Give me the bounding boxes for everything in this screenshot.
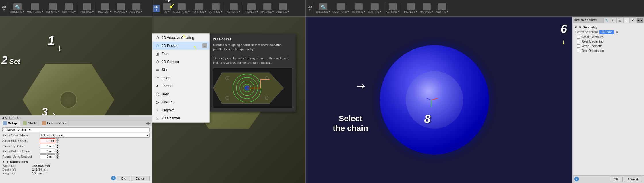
- multi-axis-menu[interactable]: MULTI-AXIS ▼: [26, 3, 45, 14]
- bot-stepper-down[interactable]: ▼: [56, 151, 59, 154]
- close-chain-button[interactable]: ✕: [615, 30, 619, 34]
- stepper-up[interactable]: ▲: [56, 138, 59, 141]
- 3d-menu[interactable]: 3D ▼: [1, 5, 7, 12]
- cancel-button[interactable]: Cancel: [131, 176, 150, 181]
- height-value: 10 mm: [32, 171, 150, 175]
- stepper-down[interactable]: ▼: [56, 141, 59, 143]
- props-tab-table[interactable]: ≡: [623, 17, 630, 23]
- menu-bore[interactable]: ◯ Bore: [152, 90, 209, 98]
- relative-size-select[interactable]: Relative size box ▼: [2, 127, 150, 132]
- width-label: Width (X): [2, 164, 31, 167]
- menu-circular[interactable]: ◎ Circular: [152, 98, 209, 106]
- tool-orientation-label: Tool Orientation: [582, 49, 604, 52]
- stock-offset-mode-select[interactable]: Add stock to sid... ▼: [40, 133, 150, 138]
- stock-top-stepper[interactable]: ▲ ▼: [56, 144, 59, 148]
- stock-bottom-offset-input[interactable]: [40, 149, 55, 154]
- round-up-input[interactable]: [40, 154, 55, 159]
- mid-multi-menu[interactable]: MULTI-AXIS ▼: [173, 3, 191, 14]
- stock-side-offset-row: Stock Side Offset ▲ ▼: [2, 138, 150, 143]
- menu-2d-pocket[interactable]: ⬡ 2D Pocket …: [152, 42, 209, 50]
- menu-2d-contour[interactable]: ⬡ 2D Contour: [152, 58, 209, 66]
- trace-icon: 〰: [155, 75, 160, 81]
- addins-menu[interactable]: ADD-INS ▼: [129, 3, 144, 14]
- mid-content: ↑ 5 ⬡ 2D Adaptive Clearing ⬡ 2D Pocket ……: [152, 17, 305, 183]
- stock-contours-checkbox[interactable]: [577, 35, 580, 39]
- tab-post-process[interactable]: Post Process: [39, 120, 69, 126]
- geometry-triangle: ▼: [574, 26, 577, 29]
- wrap-toolpath-label: Wrap Toolpath: [582, 44, 602, 48]
- props-cancel-button[interactable]: Cancel: [624, 177, 642, 182]
- menu-engrave[interactable]: ✒ Engrave: [152, 106, 209, 114]
- mid-cutting-menu[interactable]: CUTTING ▼: [208, 3, 223, 14]
- face-icon: ◫: [155, 51, 160, 56]
- menu-slot[interactable]: ▭ Slot: [152, 66, 209, 74]
- right-manage-menu[interactable]: MANAGE ▼: [419, 3, 434, 14]
- step5-arrow2: 5: [183, 34, 185, 39]
- inspect-menu[interactable]: INSPECT ▼: [97, 3, 113, 14]
- stock-top-offset-input[interactable]: [40, 144, 55, 148]
- props-nav-left[interactable]: ◀: [637, 18, 640, 23]
- bot-stepper-up[interactable]: ▲: [56, 149, 59, 151]
- manage-menu[interactable]: MANAGE ▼: [113, 3, 128, 14]
- ok-button[interactable]: OK: [117, 176, 130, 181]
- menu-trace[interactable]: 〰 Trace: [152, 74, 209, 82]
- drilling-menu[interactable]: 🔩 DRILLING ▼: [9, 3, 25, 14]
- ru-stepper-down[interactable]: ▼: [56, 157, 59, 159]
- right-addins-menu[interactable]: ADD-INS ▼: [435, 3, 449, 14]
- ru-stepper-up[interactable]: ▲: [56, 154, 59, 157]
- props-tab-row: KET: 2D POCKET1 🔧 □ △ ≡ ⚙ ◀ ▶: [573, 17, 644, 23]
- tab-stock[interactable]: Stock: [20, 120, 39, 126]
- right-3d-menu[interactable]: 3D ▼: [307, 5, 313, 12]
- rest-machining-checkbox[interactable]: [577, 40, 580, 43]
- tab-setup[interactable]: Setup: [0, 120, 20, 126]
- turning-menu[interactable]: TURNING ▼: [45, 3, 61, 14]
- dimensions-section[interactable]: ▼ ▼ Dimensions: [2, 160, 150, 163]
- right-actions-menu[interactable]: ACTIONS ▼: [385, 3, 401, 14]
- tool-orientation-checkbox[interactable]: [577, 49, 580, 52]
- tooltip-title: 2D Pocket: [213, 37, 292, 41]
- chain-button[interactable]: ⛓ Chain: [599, 30, 614, 34]
- wrap-toolpath-checkbox[interactable]: [577, 44, 580, 48]
- stock-top-offset-label: Stock Top Offset: [2, 144, 40, 148]
- right-inspect-menu[interactable]: INSPECT ▼: [403, 3, 418, 14]
- top-stepper-up[interactable]: ▲: [56, 144, 59, 146]
- props-ok-button[interactable]: OK: [610, 177, 623, 182]
- step8-arrow: ↗: [353, 79, 368, 93]
- stock-side-offset-input[interactable]: [40, 138, 55, 143]
- top-stepper-down[interactable]: ▼: [56, 146, 59, 148]
- right-turning-menu[interactable]: TURNING ▼: [351, 3, 366, 14]
- menu-2d-adaptive[interactable]: ⬡ 2D Adaptive Clearing: [152, 34, 209, 42]
- mid-manage-menu[interactable]: MANAGE ▼: [260, 3, 275, 14]
- props-tab-tool[interactable]: 🔧: [604, 17, 610, 23]
- geometry-header[interactable]: ▼ ▼ Geometry: [574, 25, 642, 30]
- props-nav-right[interactable]: ▶: [640, 18, 643, 23]
- mid-addins-menu[interactable]: ADD-INS ▼: [276, 3, 290, 14]
- tooltip-image: [213, 68, 292, 108]
- actions-menu[interactable]: ACTIONS ▼: [79, 3, 95, 14]
- round-up-stepper[interactable]: ▲ ▼: [56, 154, 59, 159]
- props-tab-icons[interactable]: ⚙: [630, 17, 636, 23]
- setup-tabs: Setup Stock Post Process ◀▶: [0, 120, 152, 126]
- mid-inspect-menu[interactable]: INSPECT ▼: [244, 3, 259, 14]
- props-tabs: 🔧 □ △ ≡ ⚙: [604, 17, 636, 23]
- right-multi-menu[interactable]: MULTI-AXIS ▼: [332, 3, 350, 14]
- props-tab-geo[interactable]: △: [617, 17, 623, 23]
- cutting-menu[interactable]: CUTTING ▼: [61, 3, 77, 14]
- mid-turning-menu[interactable]: TURNING ▼: [192, 3, 207, 14]
- select-chain-text: Selectthe chain: [333, 114, 368, 133]
- right-cutting-menu[interactable]: CUTTING ▼: [367, 3, 382, 14]
- panel-arrows: ◀▶: [144, 120, 152, 126]
- right-drilling-menu[interactable]: 🔩 DRILLING ▼: [315, 3, 331, 14]
- stock-side-stepper[interactable]: ▲ ▼: [56, 138, 59, 143]
- menu-2d-chamfer[interactable]: ◺ 2D Chamfer: [152, 114, 209, 122]
- pocket-more[interactable]: …: [202, 43, 207, 48]
- menu-face[interactable]: ◫ Face: [152, 50, 209, 58]
- pocket-selections-row: Pocket Selections ⛓ Chain ✕: [574, 30, 642, 35]
- props-tab-stock[interactable]: □: [610, 17, 616, 23]
- round-up-label: Round Up to Nearest: [2, 155, 40, 158]
- 2d-menu-active[interactable]: 2D ▼: [153, 5, 160, 12]
- pocket-sel-label: Pocket Selections: [575, 30, 598, 34]
- stock-bottom-stepper[interactable]: ▲ ▼: [56, 149, 59, 154]
- menu-thread[interactable]: ⌀ Thread: [152, 82, 209, 90]
- mid-actions-menu[interactable]: ACTIONS ▼: [226, 3, 241, 14]
